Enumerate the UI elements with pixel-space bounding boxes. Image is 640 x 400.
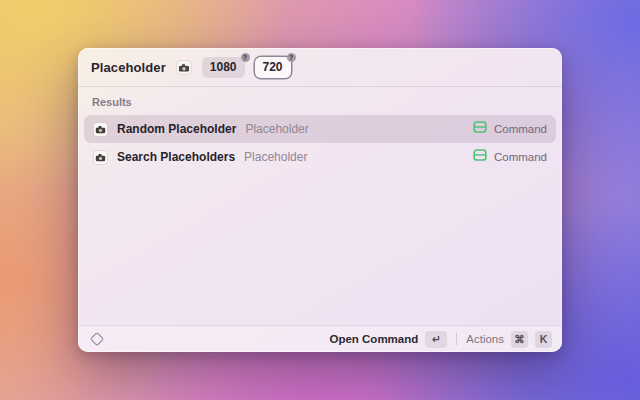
actions-menu-button[interactable]: Actions bbox=[466, 333, 504, 345]
list-item-subtitle: Placeholder bbox=[244, 150, 307, 164]
argument-token-height[interactable]: 720 ? bbox=[255, 57, 291, 78]
command-key-icon: ⌘ bbox=[511, 331, 528, 348]
action-bar: Open Command ↵ Actions ⌘ K bbox=[78, 325, 562, 352]
return-key-icon: ↵ bbox=[425, 331, 447, 348]
argument-token-height-value: 720 bbox=[263, 60, 283, 74]
list-item-accessory: Command bbox=[494, 151, 547, 163]
argument-token-width-value: 1080 bbox=[210, 60, 237, 74]
list-item[interactable]: Random Placeholder Placeholder Command bbox=[84, 115, 556, 143]
camera-placeholder-icon bbox=[93, 122, 108, 137]
search-bar[interactable]: Placeholder 1080 ? 720 ? bbox=[78, 48, 562, 86]
camera-placeholder-icon bbox=[176, 60, 192, 75]
list-item-accessory: Command bbox=[494, 123, 547, 135]
primary-action-label[interactable]: Open Command bbox=[329, 333, 418, 345]
list-item-title: Random Placeholder bbox=[117, 122, 236, 136]
results-list: Results Random Placeholder Placeholder bbox=[78, 87, 562, 325]
camera-placeholder-icon bbox=[93, 150, 108, 165]
list-item[interactable]: Search Placeholders Placeholder Command bbox=[84, 143, 556, 171]
question-badge-icon[interactable]: ? bbox=[241, 53, 250, 62]
footer-divider bbox=[456, 333, 457, 345]
command-window-icon bbox=[473, 148, 487, 166]
search-query-text[interactable]: Placeholder bbox=[91, 60, 166, 75]
list-item-subtitle: Placeholder bbox=[245, 122, 308, 136]
command-window-icon bbox=[473, 120, 487, 138]
results-section-label: Results bbox=[84, 94, 556, 115]
argument-token-width[interactable]: 1080 ? bbox=[202, 57, 245, 78]
diamond-logo-icon bbox=[90, 332, 104, 346]
launcher-window: Placeholder 1080 ? 720 ? Results bbox=[78, 48, 562, 352]
k-key-icon: K bbox=[535, 331, 552, 348]
question-badge-icon[interactable]: ? bbox=[287, 53, 296, 62]
list-item-title: Search Placeholders bbox=[117, 150, 235, 164]
